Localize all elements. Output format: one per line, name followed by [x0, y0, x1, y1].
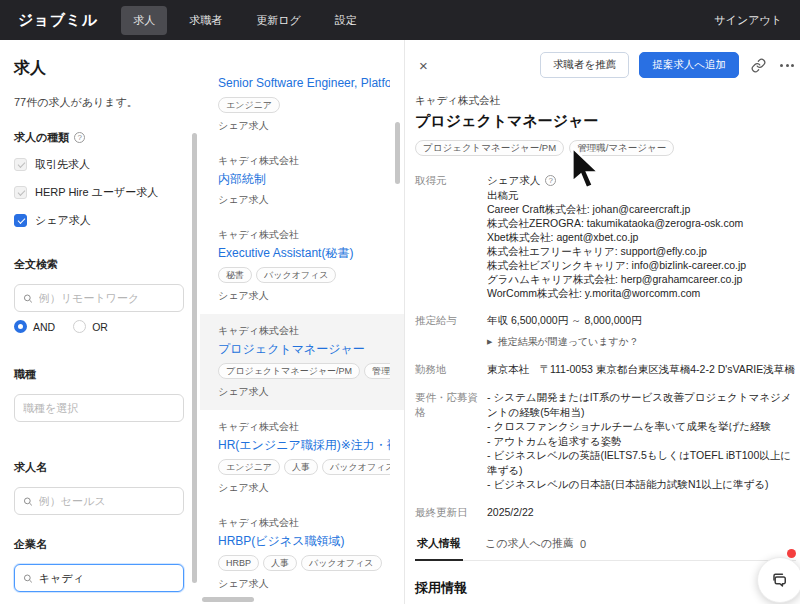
- job-name-search-field[interactable]: [14, 487, 184, 515]
- radio-or[interactable]: OR: [73, 320, 108, 333]
- job-list-item[interactable]: キャディ株式会社 内部統制 シェア求人: [200, 144, 404, 218]
- job-type-label: 求人の種類 ?: [14, 130, 184, 145]
- job-tag: エンジニア: [218, 97, 280, 113]
- nav-tab-candidates[interactable]: 求職者: [177, 6, 234, 35]
- detail-actions: 求職者を推薦 提案求人へ追加: [540, 52, 796, 78]
- checkbox-label: 取引先求人: [35, 157, 90, 172]
- field-label: 要件・応募資格: [415, 390, 487, 492]
- job-type-text: シェア求人: [218, 385, 390, 398]
- job-tags: エンジニア 人事 バックオフィス: [218, 459, 390, 475]
- job-tag: バックオフィス: [301, 555, 381, 571]
- job-name-input[interactable]: [39, 495, 175, 507]
- requirement-line: - アウトカムを追求する姿勢: [487, 434, 796, 449]
- search-mode-radios: AND OR: [14, 320, 184, 333]
- job-type-label-text: 求人の種類: [14, 130, 69, 145]
- job-list-item[interactable]: キャディ株式会社 HRBP(ビジネス職領域) HRBP 人事 バックオフィス シ…: [200, 506, 404, 602]
- checkbox-shared-jobs[interactable]: シェア求人: [14, 213, 184, 228]
- job-title-link[interactable]: HRBP(ビジネス職領域): [218, 534, 390, 549]
- job-tags: プロジェクトマネージャー/PM 管理職/マネージャー: [218, 363, 390, 379]
- detail-company: キャディ株式会社: [415, 94, 796, 108]
- job-title-link[interactable]: Executive Assistant(秘書): [218, 246, 390, 261]
- publisher-line: グラハムキャリア株式会社: herp@grahamcareer.co.jp: [487, 272, 746, 286]
- job-company-text: キャディ株式会社: [218, 228, 390, 241]
- job-tag: 管理職/マネージャー: [364, 363, 390, 379]
- tab-job-info[interactable]: 求人情報: [415, 536, 463, 561]
- detail-tags: プロジェクトマネージャー/PM 管理職/マネージャー: [415, 140, 796, 156]
- nav-tab-update-log[interactable]: 更新ログ: [244, 6, 313, 35]
- job-tag: バックオフィス: [322, 459, 390, 475]
- requirement-line: - ビジネスレベルの日本語(日本語能力試験N1以上に準ずる): [487, 477, 796, 492]
- job-list-item[interactable]: Senior Software Engineer, Platform Engin…: [200, 66, 404, 144]
- radio-icon[interactable]: [14, 320, 27, 333]
- job-count-text: 77件の求人があります。: [14, 95, 184, 110]
- radio-label: OR: [92, 321, 108, 333]
- fulltext-search-input[interactable]: [39, 292, 175, 304]
- add-to-proposals-button[interactable]: 提案求人へ追加: [639, 52, 739, 78]
- copy-link-icon[interactable]: [749, 56, 768, 75]
- location-value: 東京本社 〒111-0053 東京都台東区浅草橋4-2-2 D'sVARIE浅草…: [487, 362, 796, 377]
- publisher-line: Career Craft株式会社: johan@careercraft.jp: [487, 202, 746, 216]
- job-title-link[interactable]: Senior Software Engineer, Platform Engin…: [218, 76, 390, 91]
- nav-tabs: 求人 求職者 更新ログ 設定: [121, 6, 369, 35]
- close-icon[interactable]: ×: [415, 56, 432, 75]
- search-icon: [23, 496, 33, 507]
- job-tags: エンジニア: [218, 97, 390, 113]
- tab-recommendations[interactable]: この求人への推薦 0: [483, 536, 588, 560]
- checkbox-label: HERP Hire ユーザー求人: [35, 185, 158, 200]
- fulltext-search-field[interactable]: [14, 284, 184, 312]
- salary-feedback-toggle[interactable]: ▶ 推定結果が間違っていますか？: [487, 334, 642, 349]
- job-tag: HRBP: [218, 555, 259, 571]
- more-options-icon[interactable]: [778, 62, 796, 69]
- signout-link[interactable]: サインアウト: [714, 13, 782, 28]
- source-value: シェア求人: [487, 173, 540, 188]
- job-company-text: キャディ株式会社: [218, 154, 390, 167]
- occupation-input[interactable]: [23, 402, 175, 414]
- radio-and[interactable]: AND: [14, 320, 55, 333]
- job-company-text: キャディ株式会社: [218, 324, 390, 337]
- nav-tab-settings[interactable]: 設定: [323, 6, 369, 35]
- occupation-select-field[interactable]: [14, 394, 184, 422]
- job-tags: HRBP 人事 バックオフィス: [218, 555, 390, 571]
- job-type-text: シェア求人: [218, 481, 390, 494]
- chat-widget-button[interactable]: [757, 557, 800, 603]
- checkbox-label: シェア求人: [35, 213, 91, 228]
- company-name-input[interactable]: [39, 572, 175, 584]
- job-list: Senior Software Engineer, Platform Engin…: [200, 40, 405, 604]
- detail-tag: 管理職/マネージャー: [569, 140, 674, 156]
- publisher-line: 株式会社ビズリンクキャリア: info@bizlink-career.co.jp: [487, 258, 746, 272]
- job-type-text: シェア求人: [218, 193, 390, 206]
- checkbox-icon[interactable]: [14, 186, 27, 199]
- tab-label: この求人への推薦: [485, 536, 574, 551]
- salary-feedback-text: 推定結果が間違っていますか？: [497, 334, 639, 349]
- updated-value: 2025/2/22: [487, 505, 534, 520]
- job-list-horizontal-scrollbar[interactable]: [202, 597, 254, 602]
- help-icon[interactable]: ?: [545, 175, 556, 186]
- sidebar-scrollbar[interactable]: [192, 133, 197, 583]
- job-title-link[interactable]: プロジェクトマネージャー: [218, 342, 390, 357]
- nav-tab-jobs[interactable]: 求人: [121, 6, 167, 35]
- checkbox-herp-hire-jobs[interactable]: HERP Hire ユーザー求人: [14, 185, 184, 200]
- job-list-scrollbar[interactable]: [395, 122, 400, 184]
- company-name-search-field[interactable]: [14, 564, 184, 592]
- detail-tag: プロジェクトマネージャー/PM: [415, 140, 564, 156]
- publisher-sublabel: 出稿元: [487, 188, 746, 202]
- radio-icon[interactable]: [73, 320, 86, 333]
- detail-tabs: 求人情報 この求人への推薦 0: [415, 536, 796, 561]
- help-icon[interactable]: ?: [74, 132, 85, 143]
- search-icon: [23, 573, 33, 584]
- job-title-link[interactable]: 内部統制: [218, 172, 390, 187]
- job-list-item[interactable]: キャディ株式会社 Executive Assistant(秘書) 秘書 バックオ…: [200, 218, 404, 314]
- job-title-link[interactable]: HR(エンジニア職採用)※注力・複数人採用: [218, 438, 390, 453]
- job-detail-panel: × 求職者を推薦 提案求人へ追加 キャディ株式会社 プロジェクトマネージャー プ…: [405, 40, 800, 604]
- recommend-candidate-button[interactable]: 求職者を推薦: [540, 52, 629, 78]
- checkbox-icon[interactable]: [14, 214, 27, 227]
- job-tags: 秘書 バックオフィス: [218, 267, 390, 283]
- job-tag: プロジェクトマネージャー/PM: [218, 363, 360, 379]
- job-tag: 人事: [263, 555, 297, 571]
- job-list-item-selected[interactable]: キャディ株式会社 プロジェクトマネージャー プロジェクトマネージャー/PM 管理…: [200, 314, 404, 410]
- chat-bubble-icon: [770, 570, 790, 590]
- job-list-item[interactable]: キャディ株式会社 HR(エンジニア職採用)※注力・複数人採用 エンジニア 人事 …: [200, 410, 404, 506]
- checkbox-icon[interactable]: [14, 158, 27, 171]
- checkbox-client-jobs[interactable]: 取引先求人: [14, 157, 184, 172]
- field-source: 取得元 シェア求人 ? 出稿元 Career Craft株式会社: johan@…: [415, 173, 796, 300]
